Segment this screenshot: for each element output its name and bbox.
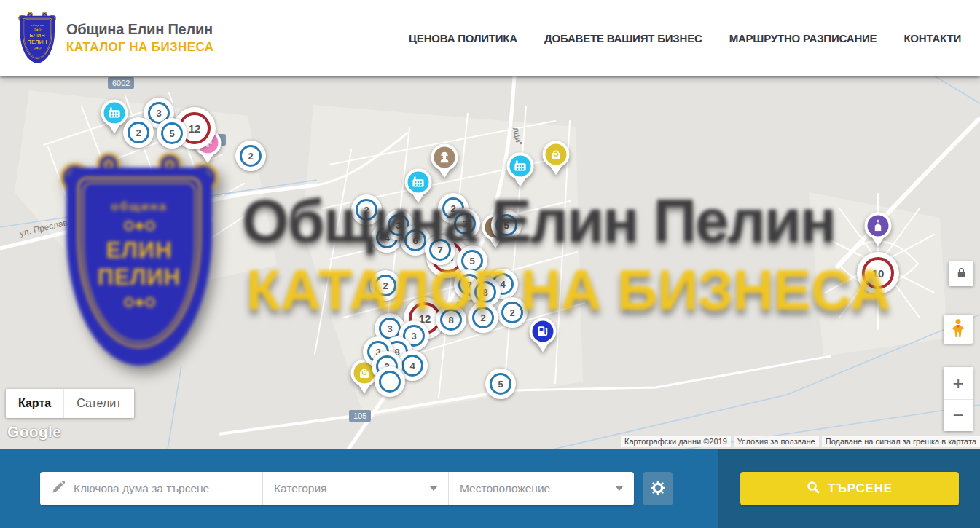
nav-item-add-business[interactable]: ДОБАВЕТЕ ВАШИЯТ БИЗНЕС <box>544 32 702 44</box>
emblem-text-top: община <box>23 23 52 27</box>
map-attribution: Картографски данни ©2019 Условия за полз… <box>618 436 980 447</box>
brand-title: Община Елин Пелин <box>66 21 213 38</box>
cluster-marker[interactable]: 5 <box>157 118 187 149</box>
site-header: община ЕЛИН ПЕЛИН Община Елин Пелин КАТА… <box>0 0 980 76</box>
category-pin-factory[interactable] <box>101 100 128 127</box>
cluster-marker[interactable] <box>375 366 405 397</box>
map-type-control: Карта Сателит <box>6 389 134 418</box>
zoom-control: + − <box>944 367 973 431</box>
main-nav: ЦЕНОВА ПОЛИТИКА ДОБАВЕТЕ ВАШИЯТ БИЗНЕС М… <box>409 32 961 44</box>
map-markers: 13123252224335675247822128338343510 <box>0 76 980 449</box>
search-button[interactable]: ТЪРСЕНЕ <box>740 472 959 505</box>
terms-link[interactable]: Условия за ползване <box>734 436 819 447</box>
chevron-down-icon <box>430 486 437 491</box>
brand-subtitle: КАТАЛОГ НА БИЗНЕСА <box>66 40 213 55</box>
category-pin-shopping-bag[interactable] <box>543 141 570 168</box>
brand: община ЕЛИН ПЕЛИН Община Елин Пелин КАТА… <box>19 12 213 63</box>
cluster-marker[interactable]: 2 <box>497 297 528 328</box>
map-canvas[interactable]: 6002 105 ул. Преслав бул. „Новоселци“ лц… <box>0 76 980 449</box>
category-pin-factory[interactable] <box>405 169 432 196</box>
cluster-marker[interactable]: 10 <box>857 252 899 294</box>
search-button-label: ТЪРСЕНЕ <box>828 481 893 496</box>
pegman-icon <box>950 318 966 340</box>
pencil-icon <box>51 480 66 497</box>
category-pin-factory[interactable] <box>507 153 534 180</box>
category-pin-worker[interactable] <box>431 144 458 171</box>
cluster-marker[interactable]: 2 <box>468 302 498 333</box>
zoom-out-button[interactable]: − <box>944 399 973 431</box>
cluster-marker[interactable]: 5 <box>491 210 522 240</box>
map-type-satellite-button[interactable]: Сателит <box>63 389 133 418</box>
search-bar: Категория Местоположение ТЪРСЕНЕ <box>0 449 980 528</box>
settings-button[interactable] <box>643 472 673 505</box>
pegman-control[interactable] <box>944 315 973 344</box>
location-select-label: Местоположение <box>460 482 550 495</box>
category-select[interactable]: Категория <box>262 472 448 505</box>
cluster-marker[interactable]: 8 <box>436 304 466 335</box>
nav-item-route-schedule[interactable]: МАРШРУТНО РАЗПИСАНИЕ <box>729 32 877 44</box>
emblem-text-line2: ПЕЛИН <box>23 39 52 45</box>
municipality-logo: община ЕЛИН ПЕЛИН <box>19 12 57 63</box>
cluster-marker[interactable]: 2 <box>370 270 401 301</box>
chevron-down-icon <box>616 486 623 491</box>
map-type-map-button[interactable]: Карта <box>6 389 63 418</box>
lock-icon <box>957 267 966 280</box>
nav-item-pricing[interactable]: ЦЕНОВА ПОЛИТИКА <box>409 32 517 44</box>
zoom-in-button[interactable]: + <box>944 367 973 399</box>
cluster-marker[interactable]: 2 <box>235 141 266 171</box>
google-logo[interactable]: Google <box>7 423 61 441</box>
cluster-marker[interactable]: 3 <box>450 208 480 239</box>
emblem-text-line1: ЕЛИН <box>23 33 52 39</box>
search-icon <box>807 481 820 497</box>
cluster-marker[interactable]: 7 <box>425 235 455 265</box>
category-pin-fuel[interactable] <box>530 318 557 345</box>
cluster-marker[interactable]: 2 <box>123 117 154 148</box>
location-select[interactable]: Местоположение <box>448 472 634 505</box>
cluster-marker[interactable]: 2 <box>351 194 382 225</box>
cluster-marker[interactable]: 5 <box>485 369 516 399</box>
nav-item-contacts[interactable]: КОНТАКТИ <box>903 32 961 44</box>
map-data-copyright: Картографски данни ©2019 <box>621 436 731 447</box>
category-select-label: Категория <box>274 482 326 495</box>
keyword-input[interactable] <box>74 482 251 495</box>
keyword-field <box>40 472 262 505</box>
report-error-link[interactable]: Подаване на сигнал за грешка в картата <box>822 436 980 447</box>
category-pin-church[interactable] <box>865 213 892 240</box>
scroll-lock-button[interactable] <box>949 261 973 286</box>
search-fields: Категория Местоположение <box>40 472 634 505</box>
gear-icon <box>651 481 665 497</box>
